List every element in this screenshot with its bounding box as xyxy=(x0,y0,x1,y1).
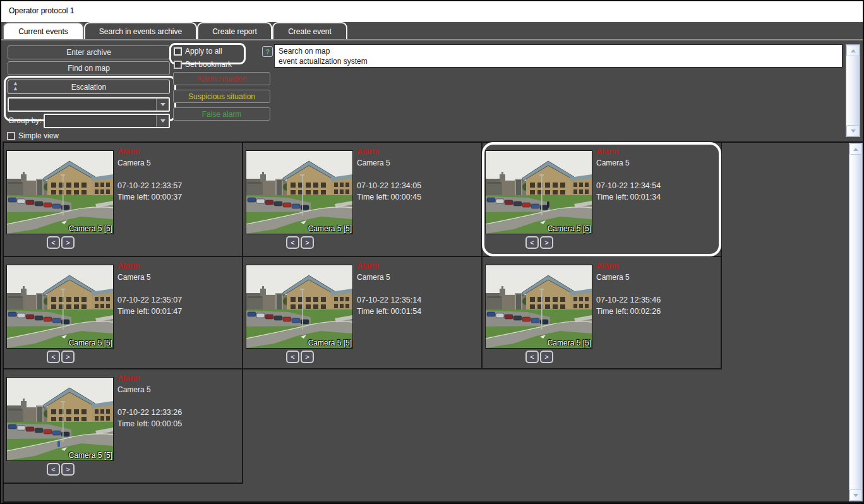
camera-name-label: Camera 5 xyxy=(117,385,151,394)
event-timestamp: 07-10-22 12:34:05 xyxy=(357,181,421,190)
false-alarm-button[interactable]: False alarm xyxy=(173,107,270,121)
toolbar-scrollbar[interactable] xyxy=(846,44,860,137)
simple-view-row: Simple view xyxy=(7,131,59,140)
chevron-down-icon[interactable] xyxy=(156,99,169,111)
camera-name-label: Camera 5 xyxy=(596,159,630,167)
time-left-label: Time left: xyxy=(596,193,628,201)
operator-protocol-window: Operator protocol 1 Current eventsSearch… xyxy=(0,0,864,504)
time-left-label: Time left: xyxy=(357,307,389,316)
alarm-situation-button[interactable]: Alarm situation xyxy=(173,72,270,85)
event-card[interactable]: Camera 5 [5] Alarm Camera 5 07-10-22 12:… xyxy=(243,257,483,369)
events-scrollbar[interactable] xyxy=(849,143,863,501)
camera-thumbnail[interactable]: Camera 5 [5] xyxy=(7,378,113,460)
next-frame-button[interactable]: > xyxy=(301,236,314,249)
frame-nav: < > xyxy=(286,351,314,363)
set-bookmark-row: Set bookmark xyxy=(174,60,232,69)
camera-snapshot xyxy=(246,151,352,234)
prev-frame-button[interactable]: < xyxy=(525,351,539,363)
prev-frame-button[interactable]: < xyxy=(47,236,60,249)
alarm-status-label: Alarm xyxy=(117,261,140,270)
person-figure xyxy=(57,441,60,447)
person-figure xyxy=(547,201,549,208)
suspicious-situation-button[interactable]: Suspicious situation xyxy=(173,90,270,103)
alarm-status-label: Alarm xyxy=(357,147,379,156)
time-left-row: Time left: 00:00:45 xyxy=(357,193,421,201)
event-card[interactable]: Camera 5 [5] Alarm Camera 5 07-10-22 12:… xyxy=(4,143,243,257)
camera-thumbnail[interactable]: Camera 5 [5] xyxy=(246,265,352,348)
set-bookmark-label: Set bookmark xyxy=(185,60,232,69)
frame-nav: < > xyxy=(525,236,553,249)
event-card[interactable]: Camera 5 [5] Alarm Camera 5 07-10-22 12:… xyxy=(4,257,243,369)
next-frame-button[interactable]: > xyxy=(540,351,553,363)
apply-to-all-row: Apply to all xyxy=(174,47,222,56)
prev-frame-button[interactable]: < xyxy=(286,236,299,249)
group-by-combobox[interactable] xyxy=(44,114,170,128)
camera-thumbnail[interactable]: Camera 5 [5] xyxy=(7,265,113,348)
thumb-caption: Camera 5 [5] xyxy=(308,339,352,347)
scroll-up-icon[interactable] xyxy=(849,143,862,155)
time-left-value: 00:00:37 xyxy=(151,193,182,201)
prev-frame-button[interactable]: < xyxy=(47,463,60,476)
frame-nav: < > xyxy=(47,463,75,476)
event-card[interactable]: Camera 5 [5] Alarm Camera 5 07-10-22 12:… xyxy=(483,257,722,369)
escalation-combobox[interactable] xyxy=(8,97,170,112)
time-left-row: Time left: 00:02:26 xyxy=(596,307,661,316)
tab-bar: Current eventsSearch in events archiveCr… xyxy=(1,20,863,39)
prev-frame-button[interactable]: < xyxy=(286,351,299,363)
simple-view-checkbox[interactable] xyxy=(7,132,15,140)
event-timestamp: 07-10-22 12:33:57 xyxy=(117,181,182,190)
thumb-caption: Camera 5 [5] xyxy=(548,224,591,233)
camera-thumbnail[interactable]: Camera 5 [5] xyxy=(7,151,113,234)
time-left-label: Time left: xyxy=(117,193,150,201)
alarm-status-label: Alarm xyxy=(357,261,379,270)
tab-create-report[interactable]: Create report xyxy=(197,22,272,39)
tab-current-events[interactable]: Current events xyxy=(3,22,84,39)
scroll-down-icon[interactable] xyxy=(849,489,862,501)
scroll-down-icon[interactable] xyxy=(846,125,860,136)
alarm-status-label: Alarm xyxy=(117,147,140,156)
help-button[interactable]: ? xyxy=(262,46,273,57)
alarm-status-label: Alarm xyxy=(117,374,140,383)
event-card[interactable]: Camera 5 [5] Alarm Camera 5 07-10-22 12:… xyxy=(483,143,722,257)
find-on-map-button[interactable]: Find on map xyxy=(8,61,170,75)
tab-create-event[interactable]: Create event xyxy=(272,22,347,39)
camera-snapshot xyxy=(486,151,592,234)
camera-thumbnail[interactable]: Camera 5 [5] xyxy=(246,151,352,234)
time-left-row: Time left: 00:01:34 xyxy=(596,193,661,201)
next-frame-button[interactable]: > xyxy=(61,463,75,476)
scroll-up-icon[interactable] xyxy=(846,45,860,56)
frame-nav: < > xyxy=(525,351,553,363)
camera-name-label: Camera 5 xyxy=(357,273,390,282)
enter-archive-button[interactable]: Enter archive xyxy=(8,45,170,59)
time-left-value: 00:01:54 xyxy=(390,307,421,316)
prev-frame-button[interactable]: < xyxy=(47,351,60,363)
search-input[interactable]: Search on map event actualization system xyxy=(274,44,843,68)
thumb-caption: Camera 5 [5] xyxy=(69,224,112,233)
group-by-label: Group by: xyxy=(8,116,42,125)
camera-name-label: Camera 5 xyxy=(357,159,390,167)
chevron-down-icon[interactable] xyxy=(156,115,169,127)
next-frame-button[interactable]: > xyxy=(301,351,314,363)
escalation-button-label: Escalation xyxy=(71,83,106,92)
next-frame-button[interactable]: > xyxy=(61,236,75,249)
prev-frame-button[interactable]: < xyxy=(525,236,539,249)
next-frame-button[interactable]: > xyxy=(540,236,553,249)
camera-name-label: Camera 5 xyxy=(117,273,151,282)
event-timestamp: 07-10-22 12:34:54 xyxy=(596,181,661,190)
camera-thumbnail[interactable]: Camera 5 [5] xyxy=(486,151,592,234)
event-card[interactable]: Camera 5 [5] Alarm Camera 5 07-10-22 12:… xyxy=(4,369,243,484)
titlebar: Operator protocol 1 xyxy=(1,1,863,20)
search-line-1: Search on map xyxy=(279,46,838,56)
next-frame-button[interactable]: > xyxy=(61,351,75,363)
time-left-label: Time left: xyxy=(357,193,389,201)
event-card[interactable]: Camera 5 [5] Alarm Camera 5 07-10-22 12:… xyxy=(243,143,483,257)
camera-thumbnail[interactable]: Camera 5 [5] xyxy=(486,265,592,348)
apply-to-all-checkbox[interactable] xyxy=(174,47,182,56)
frame-nav: < > xyxy=(47,351,75,363)
tab-search-in-events-archive[interactable]: Search in events archive xyxy=(84,22,197,39)
set-bookmark-checkbox[interactable] xyxy=(174,61,182,69)
escalation-button[interactable]: ▲▲ Escalation xyxy=(8,80,170,94)
simple-view-label: Simple view xyxy=(18,131,59,140)
time-left-value: 00:01:34 xyxy=(630,193,661,201)
time-left-row: Time left: 00:01:54 xyxy=(357,307,421,316)
